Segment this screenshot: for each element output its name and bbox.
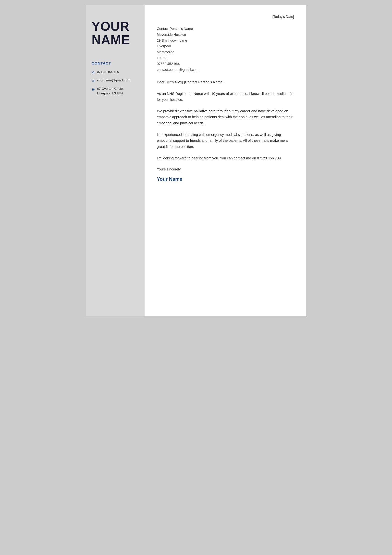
date: [Today's Date] <box>157 15 294 19</box>
email-item: ✉ yourname@gmail.com <box>92 78 139 83</box>
greeting: Dear [Mr/Ms/Mx] [Contact Person's Name], <box>157 79 294 85</box>
recipient-block: Contact Person's Name Meyerside Hospice … <box>157 26 294 73</box>
recipient-street: 29 Smithdown Lane <box>157 38 294 44</box>
phone-icon: ✆ <box>92 70 95 75</box>
address-text: 67 Overton Circle, Liverpool, L3 8FH <box>97 87 139 96</box>
address-item: ◉ 67 Overton Circle, Liverpool, L3 8FH <box>92 87 139 96</box>
paragraph-4: I'm looking forward to hearing from you.… <box>157 155 294 161</box>
contact-heading: CONTACT <box>92 61 139 65</box>
recipient-postcode: L9 9ZZ <box>157 55 294 61</box>
sidebar: YOUR NAME CONTACT ✆ 07123 456 789 ✉ your… <box>86 5 145 316</box>
email-address: yourname@gmail.com <box>97 78 130 83</box>
paragraph-2: I've provided extensive palliative care … <box>157 108 294 126</box>
recipient-phone: 07632 452 964 <box>157 61 294 67</box>
page: YOUR NAME CONTACT ✆ 07123 456 789 ✉ your… <box>86 5 306 316</box>
contact-section: CONTACT ✆ 07123 456 789 ✉ yourname@gmail… <box>92 61 139 99</box>
phone-number: 07123 456 789 <box>97 70 119 74</box>
sidebar-name-block: YOUR NAME <box>92 20 139 46</box>
recipient-email: contact.person@gmail.com <box>157 67 294 73</box>
paragraph-1: As an NHS Registered Nurse with 10 years… <box>157 91 294 103</box>
signature-name: Your Name <box>157 176 294 182</box>
paragraph-3: I'm experienced in dealing with emergenc… <box>157 132 294 150</box>
location-icon: ◉ <box>92 87 95 92</box>
recipient-city: Liverpool <box>157 43 294 49</box>
recipient-org: Meyerside Hospice <box>157 32 294 38</box>
email-icon: ✉ <box>92 78 95 83</box>
recipient-name: Contact Person's Name <box>157 26 294 32</box>
closing: Yours sincerely, <box>157 167 294 172</box>
phone-item: ✆ 07123 456 789 <box>92 70 139 75</box>
name-heading: YOUR NAME <box>92 20 139 46</box>
main-content: [Today's Date] Contact Person's Name Mey… <box>145 5 306 316</box>
recipient-county: Merseyside <box>157 49 294 55</box>
